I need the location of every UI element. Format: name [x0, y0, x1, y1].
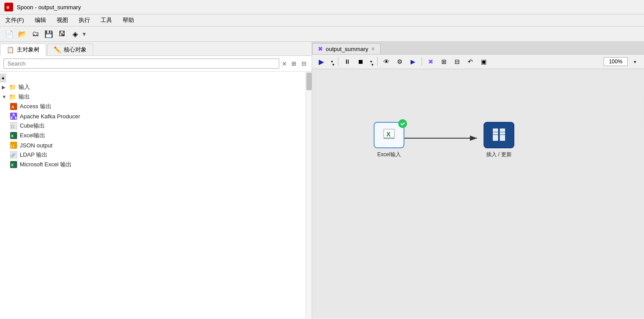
right-panel: ✖ output_summary ✕ ▶ ▾ ⏸ ⏹ ▾ 👁 ⚙ ▶ ✖ ⊞ ⊟…: [312, 42, 644, 319]
transform-button[interactable]: ✖: [425, 56, 437, 67]
run-button[interactable]: ▶: [316, 56, 327, 67]
svg-text:◻: ◻: [11, 124, 14, 128]
menu-run[interactable]: 执行: [77, 15, 92, 25]
svg-point-6: [11, 117, 12, 119]
open-button[interactable]: 📂: [17, 28, 28, 40]
menu-file[interactable]: 文件(F): [4, 15, 26, 25]
zoom-dropdown-button[interactable]: ▾: [629, 56, 640, 67]
node-excel-input-icon: X: [380, 125, 398, 146]
search-clear-button[interactable]: ✕: [282, 60, 287, 67]
node-insert-update-icon: [490, 126, 508, 145]
stop-button[interactable]: ⏹: [355, 56, 366, 67]
canvas-tabs: ✖ output_summary ✕: [312, 42, 644, 55]
tree-content: ▲ ▶ 📁 输入 ▼ 📁 输出: [0, 72, 306, 319]
layers-button[interactable]: ◈: [69, 28, 81, 40]
menu-tools[interactable]: 工具: [99, 15, 114, 25]
layers-arrow[interactable]: ▾: [83, 30, 86, 37]
svg-text:X: X: [11, 163, 14, 167]
tree-label-input: 输入: [18, 83, 30, 91]
tree-item-access[interactable]: A Access 输出: [0, 102, 306, 111]
menu-bar: 文件(F) 编辑 视图 执行 工具 帮助: [0, 15, 644, 26]
svg-text:X: X: [386, 131, 391, 138]
node-excel-input-label: Excel输入: [377, 151, 400, 158]
search-filter-icon[interactable]: ⊟: [300, 59, 308, 68]
ms-excel-icon: X: [10, 161, 18, 169]
undo-button[interactable]: ↶: [465, 56, 476, 67]
folder-icon-output: 📁: [9, 93, 16, 100]
tab-main-tree[interactable]: 📋 主对象树: [0, 44, 46, 56]
tree-label-ms-excel: Microsoft Excel 输出: [20, 161, 72, 169]
tree-scrollbar[interactable]: [306, 72, 312, 319]
toolbar-sep-1: [338, 57, 338, 66]
search-bar: ✕ ⊞ ⊟: [0, 56, 312, 72]
tree-item-ldap[interactable]: 🔗 LDAP 输出: [0, 150, 306, 160]
node-insert-update-label: 插入 / 更新: [486, 151, 512, 158]
copy-button[interactable]: ⊞: [438, 56, 450, 67]
canvas-tab-close-button[interactable]: ✕: [371, 46, 375, 52]
connection-arrow: [404, 132, 484, 145]
tree-item-cube[interactable]: ◻ Cube输出: [0, 121, 306, 131]
main-layout: 📋 主对象树 ✏️ 核心对象 ✕ ⊞ ⊟ ▲ ▶: [0, 42, 644, 319]
svg-text:A: A: [11, 105, 15, 109]
excel-out-icon: X: [10, 132, 18, 139]
tree-label-json: JSON output: [20, 142, 52, 149]
canvas-tab-label: output_summary: [326, 46, 368, 52]
main-toolbar: 📄 📂 🗂 💾 🖫 ◈ ▾: [0, 26, 644, 42]
tree-arrow-output: ▼: [2, 94, 9, 99]
svg-text:※: ※: [6, 5, 10, 10]
scroll-up-button[interactable]: ▲: [0, 73, 6, 82]
canvas-tab-icon: ✖: [318, 45, 323, 52]
debug-button[interactable]: ▶: [407, 56, 418, 67]
node-insert-update[interactable]: 插入 / 更新: [484, 122, 514, 158]
svg-text:{ }: { }: [11, 144, 14, 148]
open-recent-button[interactable]: 🗂: [30, 28, 41, 40]
app-title: Spoon - output_summary: [17, 4, 81, 11]
tree-panel: ▲ ▶ 📁 输入 ▼ 📁 输出: [0, 72, 312, 319]
tree-label-kafka: Apache Kafka Producer: [20, 113, 80, 120]
tree-item-output[interactable]: ▼ 📁 输出: [0, 92, 306, 102]
search-icons: ⊞ ⊟: [290, 59, 308, 68]
tree-item-kafka[interactable]: Apache Kafka Producer: [0, 111, 306, 121]
tree-item-excel-out[interactable]: X Excel输出: [0, 131, 306, 140]
svg-point-7: [15, 117, 17, 119]
title-bar: ※ Spoon - output_summary: [0, 0, 644, 15]
tab-core-obj[interactable]: ✏️ 核心对象: [47, 44, 93, 55]
tree-label-access: Access 输出: [20, 103, 51, 110]
run-dropdown-button[interactable]: ▾: [329, 56, 335, 67]
menu-view[interactable]: 视图: [55, 15, 70, 25]
tree-item-json[interactable]: { } JSON output: [0, 140, 306, 150]
svg-rect-24: [384, 137, 394, 139]
new-file-button[interactable]: 📄: [4, 28, 15, 40]
tree-arrow-input: ▶: [2, 84, 9, 90]
tree-item-ms-excel[interactable]: X Microsoft Excel 输出: [0, 160, 306, 169]
canvas-area: Run F9 Run Options... F8 X: [312, 69, 644, 319]
preview-button[interactable]: 👁: [381, 56, 392, 67]
access-icon: A: [10, 103, 18, 110]
search-expand-icon[interactable]: ⊞: [290, 59, 298, 68]
zoom-input[interactable]: [604, 57, 628, 66]
kafka-icon: [10, 112, 18, 120]
layout-button[interactable]: ▣: [478, 56, 489, 67]
save-button[interactable]: 💾: [43, 28, 55, 40]
ldap-icon: 🔗: [10, 151, 18, 159]
tab-main-tree-label: 主对象树: [17, 46, 40, 54]
json-icon: { }: [10, 141, 18, 149]
stop-dropdown-button[interactable]: ▾: [368, 56, 374, 67]
pause-button[interactable]: ⏸: [342, 56, 353, 67]
left-tabs: 📋 主对象树 ✏️ 核心对象: [0, 42, 312, 56]
menu-edit[interactable]: 编辑: [33, 15, 48, 25]
canvas-tab-output-summary[interactable]: ✖ output_summary ✕: [312, 43, 381, 54]
tree-label-ldap: LDAP 输出: [20, 151, 47, 159]
settings-button[interactable]: ⚙: [394, 56, 405, 67]
paste-button[interactable]: ⊟: [451, 56, 463, 67]
menu-help[interactable]: 帮助: [121, 15, 136, 25]
search-input[interactable]: [4, 59, 279, 69]
tree-label-excel-out: Excel输出: [20, 132, 45, 139]
tree-item-input[interactable]: ▶ 📁 输入: [0, 82, 306, 92]
save-as-button[interactable]: 🖫: [56, 28, 68, 40]
left-panel: 📋 主对象树 ✏️ 核心对象 ✕ ⊞ ⊟ ▲ ▶: [0, 42, 312, 319]
tree-scrollbar-thumb[interactable]: [306, 73, 312, 90]
tree-label-cube: Cube输出: [20, 122, 45, 130]
node-excel-input[interactable]: X Excel输入: [374, 122, 404, 158]
tree-label-output: 输出: [18, 93, 30, 101]
